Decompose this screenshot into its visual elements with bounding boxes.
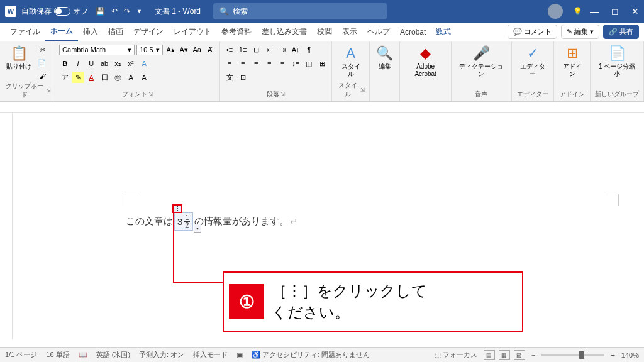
spellcheck-icon[interactable]: 📖 <box>79 351 87 359</box>
highlight-icon[interactable]: ✎ <box>72 72 84 83</box>
distribute-icon[interactable]: ≡ <box>277 58 288 69</box>
underline-icon[interactable]: U <box>86 58 97 69</box>
align-center-icon[interactable]: ≡ <box>237 58 248 69</box>
redo-icon[interactable]: ↷ <box>124 7 130 16</box>
help-icon[interactable]: 💡 <box>573 7 582 16</box>
share-button[interactable]: 🔗 共有 <box>603 25 639 39</box>
word-count[interactable]: 16 単語 <box>46 350 69 359</box>
bold-icon[interactable]: B <box>59 58 70 69</box>
enclose-char-icon[interactable]: ㊞ <box>112 72 123 83</box>
phonetic-icon[interactable]: ア <box>59 72 70 83</box>
zoom-in-icon[interactable]: + <box>611 351 614 359</box>
editor-icon: ✓ <box>527 45 538 62</box>
grow-font-icon[interactable]: A▴ <box>165 44 176 55</box>
tab-表示[interactable]: 表示 <box>337 23 362 41</box>
text-direction-icon[interactable]: 文 <box>224 72 235 83</box>
borders-icon[interactable]: ⊞ <box>316 58 328 69</box>
document-text[interactable]: この文章は ⋮ 3 1 2 ▾ の情報量があります。 ↵ <box>126 212 298 231</box>
align-right-icon[interactable]: ≡ <box>250 58 262 69</box>
horizontal-ruler[interactable] <box>0 102 644 113</box>
format-painter-icon[interactable]: 🖌 <box>36 70 48 82</box>
zoom-slider[interactable] <box>541 354 604 356</box>
insert-mode[interactable]: 挿入モード <box>193 350 228 359</box>
copy-icon[interactable]: 📄 <box>36 57 48 69</box>
language-status[interactable]: 英語 (米国) <box>96 350 130 359</box>
change-case-icon[interactable]: Aa <box>191 44 203 55</box>
qat-more-icon[interactable]: ▼ <box>136 8 142 14</box>
tab-参考資料[interactable]: 参考資料 <box>216 23 257 41</box>
fit-text-icon[interactable]: A <box>138 72 150 83</box>
tab-数式[interactable]: 数式 <box>431 23 456 41</box>
tab-差し込み文書[interactable]: 差し込み文書 <box>257 23 312 41</box>
superscript-icon[interactable]: x² <box>125 58 136 69</box>
search-box[interactable]: 🔍 検索 <box>213 3 387 19</box>
tab-校閲[interactable]: 校閲 <box>312 23 337 41</box>
line-spacing-icon[interactable]: ↕≡ <box>290 58 301 69</box>
clipboard-icon: 📋 <box>11 45 28 62</box>
tab-描画[interactable]: 描画 <box>103 23 128 41</box>
save-icon[interactable]: 💾 <box>96 7 105 16</box>
styles-button[interactable]: A スタイル <box>336 44 365 79</box>
indent-inc-icon[interactable]: ⇥ <box>277 44 288 55</box>
minimize-icon[interactable]: ― <box>590 6 599 16</box>
styles-icon: A <box>346 45 355 62</box>
shrink-page-button[interactable]: 📄 1 ページ分縮小 <box>594 44 640 79</box>
focus-mode[interactable]: ⬚ フォーカス <box>435 350 477 359</box>
zoom-out-icon[interactable]: − <box>531 351 535 359</box>
zoom-level[interactable]: 140% <box>621 351 639 359</box>
vertical-ruler[interactable] <box>0 113 13 339</box>
editing-button[interactable]: 🔍 編集 <box>374 44 396 72</box>
account-avatar[interactable] <box>548 4 563 19</box>
text-effects-icon[interactable]: A <box>138 58 150 69</box>
align-left-icon[interactable]: ≡ <box>224 58 235 69</box>
show-marks-icon[interactable]: ¶ <box>303 44 314 55</box>
indent-dec-icon[interactable]: ⇤ <box>264 44 275 55</box>
equation-dropdown-icon[interactable]: ▾ <box>194 224 201 233</box>
shrink-font-icon[interactable]: A▾ <box>178 44 189 55</box>
bullets-icon[interactable]: •≡ <box>224 44 235 55</box>
undo-icon[interactable]: ↶ <box>111 7 118 16</box>
maximize-icon[interactable]: ◻ <box>611 6 619 16</box>
comments-button[interactable]: 💬 コメント <box>508 25 557 39</box>
acrobat-button[interactable]: ◆ Adobe Acrobat <box>404 44 447 79</box>
editing-mode-button[interactable]: ✎ 編集 ▾ <box>561 25 599 39</box>
paste-button[interactable]: 📋 貼り付け <box>4 44 34 72</box>
editor-button[interactable]: ✓ エディター <box>516 44 550 79</box>
acrobat-icon: ◆ <box>420 45 431 62</box>
char-border-icon[interactable]: 囗 <box>99 72 110 83</box>
web-layout-icon[interactable]: ▨ <box>514 350 525 360</box>
multilevel-icon[interactable]: ⊟ <box>250 44 262 55</box>
subscript-icon[interactable]: x₂ <box>112 58 123 69</box>
read-mode-icon[interactable]: ▤ <box>484 350 495 360</box>
cut-icon[interactable]: ✂ <box>36 44 48 55</box>
tab-レイアウト[interactable]: レイアウト <box>169 23 216 41</box>
tab-ヘルプ[interactable]: ヘルプ <box>362 23 395 41</box>
accessibility-status[interactable]: ♿ アクセシビリティ: 問題ありません <box>252 350 370 359</box>
font-name-combo[interactable]: Cambria Math▾ <box>59 45 135 55</box>
tab-デザイン[interactable]: デザイン <box>128 23 169 41</box>
asian-layout-icon[interactable]: ⊡ <box>237 72 248 83</box>
tab-ホーム[interactable]: ホーム <box>45 22 78 41</box>
tab-ファイル[interactable]: ファイル <box>5 23 45 41</box>
numbering-icon[interactable]: 1≡ <box>237 44 248 55</box>
addin-button[interactable]: ⊞ アドイン <box>558 44 586 79</box>
strike-icon[interactable]: ab <box>99 58 110 69</box>
tab-Acrobat[interactable]: Acrobat <box>395 24 431 40</box>
equation-object[interactable]: ⋮ 3 1 2 ▾ <box>174 212 193 231</box>
sort-icon[interactable]: A↓ <box>290 44 301 55</box>
page-count[interactable]: 1/1 ページ <box>5 350 37 359</box>
macro-icon[interactable]: ▣ <box>236 351 243 359</box>
char-shading-icon[interactable]: A <box>125 72 136 83</box>
predictive-input[interactable]: 予測入力: オン <box>139 350 184 359</box>
autosave-toggle[interactable]: 自動保存 オフ <box>21 6 88 17</box>
font-size-combo[interactable]: 10.5▾ <box>136 45 163 55</box>
font-color-icon[interactable]: A <box>86 72 97 83</box>
italic-icon[interactable]: I <box>72 58 84 69</box>
dictation-button[interactable]: 🎤 ディクテーション <box>455 44 508 79</box>
close-icon[interactable]: ✕ <box>631 6 639 16</box>
justify-icon[interactable]: ≡ <box>264 58 275 69</box>
print-layout-icon[interactable]: ▦ <box>499 350 510 360</box>
clear-format-icon[interactable]: A̸ <box>204 44 216 55</box>
tab-挿入[interactable]: 挿入 <box>78 23 103 41</box>
shading-icon[interactable]: ◫ <box>303 58 314 69</box>
